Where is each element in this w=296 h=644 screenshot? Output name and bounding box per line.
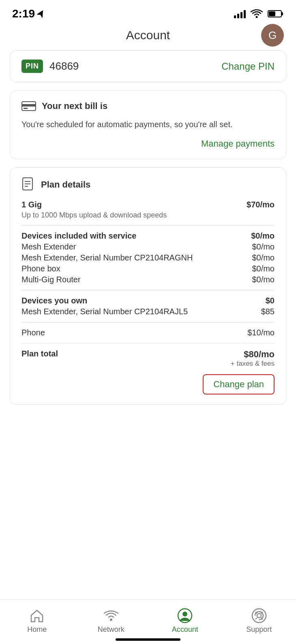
svg-marker-0 [37, 10, 45, 18]
pin-number: 46869 [49, 60, 79, 73]
divider-4 [21, 343, 275, 343]
nav-network-label: Network [98, 625, 124, 634]
divider-1 [21, 225, 275, 226]
plan-subtitle: Up to 1000 Mbps upload & download speeds [21, 211, 275, 220]
svg-rect-3 [281, 12, 283, 15]
mesh-extender-serial-row: Mesh Extender, Serial Number CP2104RAGNH… [21, 253, 275, 262]
svg-point-16 [257, 614, 261, 618]
devices-own-price: $0 [266, 296, 275, 305]
divider-2 [21, 290, 275, 290]
plan-details-card: Plan details 1 Gig $70/mo Up to 1000 Mbp… [10, 167, 286, 405]
status-time: 2:19 [12, 7, 45, 20]
plan-total-sub: + taxes & fees [231, 360, 275, 368]
bill-description: You're scheduled for automatic payments,… [21, 118, 275, 130]
devices-included-label: Devices included with service [21, 231, 136, 241]
plan-details-header: Plan details [21, 177, 275, 192]
page-title: Account [126, 28, 170, 42]
nav-item-network[interactable]: Network [74, 608, 148, 634]
manage-payments-button[interactable]: Manage payments [21, 139, 275, 149]
location-icon [37, 10, 45, 18]
devices-own-label: Devices you own [21, 296, 87, 305]
signal-bars-icon [234, 9, 246, 18]
credit-card-icon [21, 100, 36, 112]
mesh-extender-owned-price: $85 [261, 307, 275, 316]
app-header: Account G [0, 24, 296, 50]
mesh-extender-owned-label: Mesh Extender, Serial Number CP2104RAJL5 [21, 307, 188, 316]
plan-header-text: Plan details [41, 179, 90, 190]
support-icon [251, 608, 267, 623]
svg-point-12 [110, 618, 112, 621]
multi-gig-router-row: Multi-Gig Router $0/mo [21, 275, 275, 284]
phone-box-price: $0/mo [252, 264, 275, 273]
divider-3 [21, 322, 275, 322]
plan-document-icon [21, 177, 35, 192]
phone-box-label: Phone box [21, 264, 60, 273]
bill-card-header: Your next bill is [21, 100, 275, 112]
multi-gig-router-price: $0/mo [252, 275, 275, 284]
mesh-extender-serial-label: Mesh Extender, Serial Number CP2104RAGNH [21, 253, 193, 262]
status-icons [234, 9, 284, 18]
plan-total-value: $80/mo + taxes & fees [231, 349, 275, 368]
home-indicator [116, 638, 180, 641]
plan-name-price: $70/mo [247, 200, 275, 209]
plan-name-row: 1 Gig $70/mo [21, 200, 275, 209]
change-pin-button[interactable]: Change PIN [221, 61, 275, 72]
pin-badge: PIN [21, 60, 43, 73]
mesh-extender-owned-row: Mesh Extender, Serial Number CP2104RAJL5… [21, 307, 275, 316]
time-display: 2:19 [12, 7, 35, 20]
nav-item-account[interactable]: Account [148, 608, 222, 634]
pin-card: PIN 46869 Change PIN [10, 50, 286, 82]
battery-icon [268, 9, 284, 18]
mesh-extender-price: $0/mo [252, 242, 275, 252]
account-icon [177, 608, 193, 623]
change-plan-button[interactable]: Change plan [203, 374, 275, 395]
home-icon [29, 608, 45, 623]
plan-total-label: Plan total [21, 349, 58, 358]
bill-header-text: Your next bill is [42, 101, 107, 111]
nav-item-home[interactable]: Home [0, 608, 74, 634]
phone-label: Phone [21, 328, 45, 337]
wifi-icon [251, 9, 263, 18]
devices-included-price: $0/mo [251, 231, 275, 241]
plan-name-label: 1 Gig [21, 200, 42, 209]
bill-card: Your next bill is You're scheduled for a… [10, 90, 286, 159]
nav-account-label: Account [172, 625, 198, 634]
devices-included-header-row: Devices included with service $0/mo [21, 231, 275, 241]
svg-rect-7 [24, 108, 28, 109]
multi-gig-router-label: Multi-Gig Router [21, 275, 81, 284]
phone-price: $10/mo [247, 328, 275, 337]
svg-rect-6 [22, 104, 36, 107]
bottom-nav: Home Network Account [0, 599, 296, 644]
svg-rect-4 [269, 11, 275, 16]
nav-support-label: Support [246, 625, 272, 634]
svg-point-15 [252, 609, 266, 623]
network-icon [103, 608, 119, 623]
pin-left-section: PIN 46869 [21, 60, 79, 73]
svg-line-19 [255, 618, 257, 619]
devices-own-header-row: Devices you own $0 [21, 296, 275, 305]
nav-home-label: Home [27, 625, 47, 634]
mesh-extender-row: Mesh Extender $0/mo [21, 242, 275, 252]
nav-item-support[interactable]: Support [222, 608, 296, 634]
avatar[interactable]: G [261, 24, 284, 47]
status-bar: 2:19 [0, 0, 296, 24]
svg-point-1 [256, 16, 258, 18]
phone-row: Phone $10/mo [21, 328, 275, 337]
plan-total-row: Plan total $80/mo + taxes & fees [21, 349, 275, 368]
mesh-extender-label: Mesh Extender [21, 242, 76, 252]
svg-point-14 [182, 612, 187, 616]
plan-total-main: $80/mo [231, 349, 275, 360]
phone-box-row: Phone box $0/mo [21, 264, 275, 273]
mesh-extender-serial-price: $0/mo [252, 253, 275, 262]
